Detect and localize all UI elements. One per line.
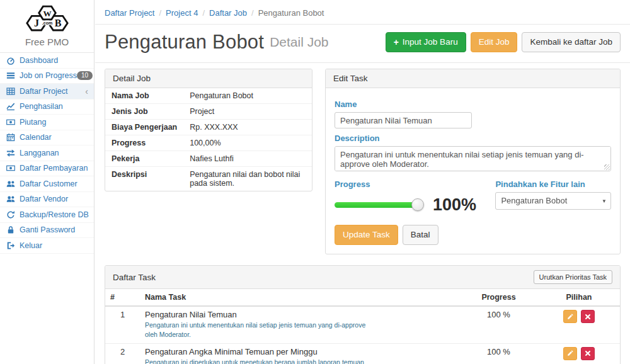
sidebar-item-ganti-password[interactable]: Ganti Password	[0, 223, 94, 239]
sidebar-item-dashboard[interactable]: Dashboard	[0, 53, 94, 69]
page-header: Pengaturan Bobot Detail Job +Input Job B…	[95, 25, 630, 63]
edit-task-row-button[interactable]	[563, 310, 577, 323]
sidebar-item-backup-restore-db[interactable]: Backup/Restore DB	[0, 207, 94, 223]
money-icon	[6, 163, 16, 173]
table-row: 1 Pengaturan Nilai Temuan Pengaturan ini…	[105, 306, 620, 343]
move-feature-selected-value: Pengaturan Bobot	[501, 196, 567, 205]
money-icon	[6, 117, 16, 127]
lock-icon	[6, 225, 16, 235]
logo-dot-com: .com	[42, 21, 52, 26]
daftar-task-panel: Daftar Task Urutkan Prioritas Task # Nam…	[105, 265, 621, 364]
daftar-task-panel-title: Daftar Task	[113, 273, 156, 282]
sidebar-item-keluar[interactable]: Keluar	[0, 238, 94, 254]
update-task-button[interactable]: Update Task	[335, 225, 398, 245]
detail-row: Jenis Job Project	[105, 104, 312, 120]
input-job-baru-button[interactable]: +Input Job Baru	[386, 32, 466, 53]
brand-label: Free PMO	[3, 37, 91, 47]
name-label: Name	[335, 100, 611, 109]
refresh-icon	[6, 210, 16, 220]
sidebar-item-job-on-progress[interactable]: Job on Progress 10	[0, 69, 94, 84]
detail-job-panel-title: Detail Job	[105, 69, 312, 88]
detail-row: Pekerja Nafies Luthfi	[105, 151, 312, 167]
jwb-logo-icon: J W B .com	[14, 4, 80, 35]
sort-priority-button-top[interactable]: Urutkan Prioritas Task	[534, 270, 612, 284]
table-row: 2 Pengaturan Angka Minimal Temuan per Mi…	[105, 343, 620, 364]
sidebar-item-langganan[interactable]: Langganan	[0, 145, 94, 161]
pencil-icon	[566, 313, 574, 321]
edit-task-panel-title: Edit Task	[326, 69, 620, 88]
delete-task-row-button[interactable]	[581, 347, 595, 360]
header-actions: +Input Job Baru Edit Job Kembali ke daft…	[386, 32, 621, 53]
app-logo[interactable]: J W B .com Free PMO	[0, 0, 94, 53]
kembali-button[interactable]: Kembali ke daftar Job	[522, 32, 621, 53]
plus-icon: +	[394, 37, 399, 48]
delete-task-row-button[interactable]	[581, 310, 595, 323]
col-header-name: Nama Task	[140, 289, 459, 306]
progress-label: Progress	[335, 179, 486, 189]
pencil-icon	[566, 350, 574, 357]
detail-job-panel: Detail Job Nama Job Pengaturan Bobot Jen…	[105, 69, 312, 191]
sidebar-item-penghasilan[interactable]: Penghasilan	[0, 100, 94, 115]
move-feature-select[interactable]: Pengaturan Bobot ▼	[495, 192, 611, 210]
detail-job-table: Nama Job Pengaturan Bobot Jenis Job Proj…	[105, 88, 312, 191]
chart-icon	[6, 101, 16, 111]
breadcrumb-daftar-job[interactable]: Daftar Job	[209, 8, 247, 18]
col-header-actions: Pilihan	[538, 289, 620, 306]
sidebar-item-calendar[interactable]: Calendar	[0, 130, 94, 146]
progress-slider[interactable]	[335, 202, 418, 208]
task-description-textarea[interactable]: Pengaturan ini untuk menentukan nilai se…	[335, 146, 611, 171]
calendar-icon	[6, 132, 16, 142]
signout-icon	[6, 241, 16, 251]
caret-down-icon: ▼	[602, 198, 607, 204]
progress-value: 100%	[433, 195, 476, 215]
breadcrumb-current: Pengaturan Bobot	[258, 8, 324, 18]
sidebar-menu: Dashboard Job on Progress 10 Daftar Proj…	[0, 53, 94, 254]
users-icon	[6, 194, 16, 204]
users-icon	[6, 179, 16, 189]
chevron-left-icon: ‹	[85, 87, 88, 96]
x-icon	[584, 350, 592, 357]
content-area: Detail Job Nama Job Pengaturan Bobot Jen…	[95, 63, 630, 364]
svg-text:W: W	[43, 9, 52, 18]
count-badge: 10	[77, 71, 93, 80]
table-icon	[6, 86, 16, 96]
task-table: # Nama Task Progress Pilihan 1 Pengatura…	[105, 289, 620, 364]
slider-handle[interactable]	[411, 198, 424, 211]
batal-button[interactable]: Batal	[403, 225, 438, 245]
sidebar-item-daftar-vendor[interactable]: Daftar Vendor	[0, 192, 94, 208]
detail-row: Deskripsi Pengaturan nilai dan bobot nil…	[105, 167, 312, 191]
edit-job-button[interactable]: Edit Job	[471, 32, 518, 53]
detail-job-rows: Nama Job Pengaturan Bobot Jenis Job Proj…	[105, 88, 312, 191]
col-header-progress: Progress	[459, 289, 538, 306]
tasks-icon	[6, 71, 16, 81]
page-subtitle: Detail Job	[270, 35, 328, 50]
dashboard-icon	[6, 55, 16, 65]
breadcrumb-daftar-project[interactable]: Daftar Project	[105, 8, 154, 18]
sidebar: J W B .com Free PMO Dashboard Job on Pro…	[0, 0, 94, 364]
retweet-icon	[6, 148, 16, 158]
move-feature-label: Pindahkan ke Fitur lain	[495, 179, 611, 189]
sidebar-item-daftar-customer[interactable]: Daftar Customer	[0, 176, 94, 192]
task-table-body: 1 Pengaturan Nilai Temuan Pengaturan ini…	[105, 306, 620, 364]
sidebar-item-daftar-pembayaran[interactable]: Daftar Pembayaran	[0, 161, 94, 177]
sidebar-item-daftar-project[interactable]: Daftar Project ‹	[0, 84, 94, 100]
edit-task-row-button[interactable]	[563, 347, 577, 360]
col-header-no: #	[105, 289, 140, 306]
breadcrumb-project-4[interactable]: Project 4	[166, 8, 198, 18]
sidebar-item-piutang[interactable]: Piutang	[0, 115, 94, 130]
main-content: Daftar Project/Project 4/Daftar Job/Peng…	[95, 0, 630, 364]
svg-text:J: J	[33, 18, 38, 28]
breadcrumb: Daftar Project/Project 4/Daftar Job/Peng…	[95, 0, 630, 25]
description-label: Description	[335, 134, 611, 143]
detail-row: Biaya Pengerjaan Rp. XXX.XXX	[105, 120, 312, 135]
edit-task-panel: Edit Task Name Description Pengaturan in…	[325, 69, 621, 254]
page-title: Pengaturan Bobot	[105, 31, 264, 54]
x-icon	[584, 313, 592, 321]
task-name-input[interactable]	[335, 112, 472, 128]
svg-text:B: B	[54, 18, 61, 28]
detail-row: Progress 100,00%	[105, 135, 312, 151]
detail-row: Nama Job Pengaturan Bobot	[105, 88, 312, 104]
